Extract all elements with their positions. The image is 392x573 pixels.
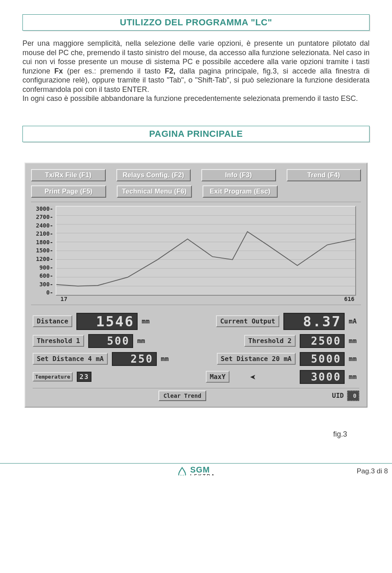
set-distance-4ma-unit: mm [161,355,172,363]
intro-bold-fx: Fx [54,67,63,75]
button-row-1: Tx/Rx File (F1) Relays Config. (F2) Info… [31,169,361,181]
maxy-label: MaxY [206,371,230,383]
y-tick: 600- [39,273,53,279]
technical-menu-button[interactable]: Technical Menu (F6) [117,185,192,198]
set-distance-4ma-label: Set Distance 4 mA [33,353,108,365]
set-distance-4ma-value[interactable]: 250 [112,352,157,366]
exit-program-button[interactable]: Exit Program (Esc) [203,185,278,198]
uid-value[interactable]: 0 [347,390,359,401]
trend-button[interactable]: Trend (F4) [287,169,361,181]
divider [31,202,361,203]
y-tick: 1200- [36,256,53,262]
info-button[interactable]: Info (F3) [201,169,276,181]
threshold1-value[interactable]: 500 [88,334,133,348]
title-text-2: PAGINA PRINCIPALE [149,129,243,139]
divider-2 [31,305,361,305]
set-distance-20ma-unit: mm [349,355,359,363]
footer-divider [0,463,392,464]
footer-brand-2: LEKTRA [190,474,216,475]
distance-unit: mm [142,317,152,325]
current-output-label: Current Output [216,315,279,327]
current-output-value: 8.37 [283,313,345,330]
distance-value: 1546 [76,313,138,330]
y-tick: 2400- [36,223,53,228]
y-tick: 900- [39,265,53,270]
relays-config-button[interactable]: Relays Config. (F2) [116,169,191,181]
divider-3 [33,388,359,389]
page-footer: SGM LEKTRA Pag.3 di 8 [0,463,392,476]
y-tick: 3000- [36,206,53,212]
temperature-label: Temperature [33,372,73,381]
intro-bold-f2: F2, [165,67,175,75]
threshold2-label: Threshold 2 [244,335,296,347]
threshold1-label: Threshold 1 [33,335,84,347]
footer-brand-1: SGM [190,466,216,474]
trend-line-svg [56,207,355,295]
temperature-value: 23 [77,372,91,382]
title-text: UTILIZZO DEL PROGRAMMA "LC" [120,17,272,27]
set-distance-20ma-label: Set Distance 20 mA [217,353,296,365]
threshold2-value[interactable]: 2500 [300,334,345,348]
section-title-pagina: PAGINA PRINCIPALE [22,126,370,142]
maxy-unit: mm [349,373,359,381]
y-tick: 2100- [36,231,53,236]
uid-label: UID [332,392,344,399]
intro-paragraph: Per una maggiore semplicità, nella selez… [22,39,370,103]
chart-area: 3000-2700-2400-2100-1800-1500-1200-900-6… [31,204,361,302]
threshold2-unit: mm [349,337,359,345]
button-row-2: Print Page (F5) Technical Menu (F6) Exit… [31,185,361,198]
footer-logo: SGM LEKTRA [176,466,216,475]
app-window: Tx/Rx File (F1) Relays Config. (F2) Info… [24,163,368,408]
maxy-value[interactable]: 3000 [300,370,345,384]
current-output-unit: mA [349,317,359,325]
txrx-file-button[interactable]: Tx/Rx File (F1) [31,169,106,181]
y-tick: 0- [46,290,53,295]
cursor-icon: ➤ [250,372,256,381]
section-title-utilizzo: UTILIZZO DEL PROGRAMMA "LC" [22,14,370,31]
x-min: 17 [60,296,67,302]
y-axis-ticks: 3000-2700-2400-2100-1800-1500-1200-900-6… [36,206,56,296]
intro-span-2: (per es.: premendo il tasto [63,67,165,75]
print-page-button[interactable]: Print Page (F5) [31,185,106,198]
set-distance-20ma-value[interactable]: 5000 [300,352,345,366]
trend-plot [56,206,356,296]
distance-label: Distance [33,315,72,327]
page-number: Pag.3 di 8 [356,467,392,475]
intro-span-4: In ogni caso è possibile abbandonare la … [22,94,358,103]
figure-caption: fig.3 [22,430,370,439]
y-tick: 2700- [36,214,53,220]
clear-trend-button[interactable]: Clear Trend [158,390,206,401]
x-axis-labels: 17 616 [36,296,356,302]
y-tick: 1800- [36,239,53,245]
parameters-area: Distance 1546 mm Current Output 8.37 mA … [31,307,361,403]
y-tick: 1500- [36,247,53,253]
x-max: 616 [344,296,354,302]
drop-icon [176,466,188,476]
threshold1-unit: mm [137,337,148,345]
y-tick: 300- [39,281,53,287]
